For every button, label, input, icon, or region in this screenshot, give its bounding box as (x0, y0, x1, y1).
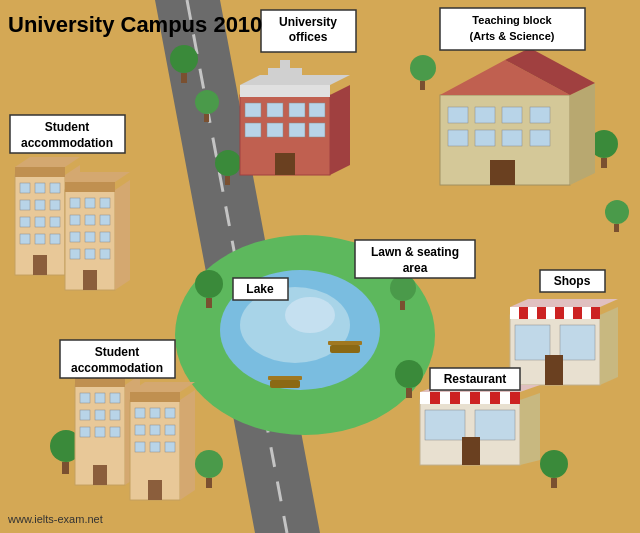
svg-text:accommodation: accommodation (21, 136, 113, 150)
svg-rect-131 (510, 307, 519, 319)
svg-rect-47 (50, 200, 60, 210)
svg-rect-137 (515, 325, 550, 360)
svg-marker-141 (520, 393, 540, 465)
svg-rect-76 (80, 393, 90, 403)
svg-rect-99 (148, 480, 162, 500)
svg-rect-102 (240, 85, 330, 97)
svg-rect-105 (268, 68, 302, 76)
svg-rect-69 (85, 249, 95, 259)
svg-text:Student: Student (45, 120, 90, 134)
svg-point-24 (390, 275, 416, 301)
svg-rect-68 (70, 249, 80, 259)
svg-point-26 (395, 360, 423, 388)
svg-rect-97 (150, 442, 160, 452)
svg-rect-78 (110, 393, 120, 403)
svg-text:Lake: Lake (246, 282, 274, 296)
svg-rect-150 (475, 410, 515, 440)
svg-point-14 (410, 55, 436, 81)
svg-rect-138 (560, 325, 595, 360)
svg-rect-82 (80, 427, 90, 437)
svg-point-20 (605, 200, 629, 224)
campus-map: University offices Teaching block (Arts … (0, 0, 640, 533)
svg-point-7 (285, 297, 335, 333)
svg-rect-109 (309, 103, 325, 117)
svg-rect-151 (462, 437, 480, 465)
svg-rect-143 (420, 392, 430, 404)
svg-rect-19 (601, 158, 607, 168)
svg-rect-144 (440, 392, 450, 404)
svg-rect-50 (50, 217, 60, 227)
svg-rect-46 (35, 200, 45, 210)
svg-rect-94 (150, 425, 160, 435)
svg-rect-57 (65, 182, 115, 192)
svg-rect-96 (135, 442, 145, 452)
svg-rect-120 (475, 107, 495, 123)
svg-point-8 (170, 45, 198, 73)
svg-rect-9 (181, 73, 187, 83)
svg-rect-92 (165, 408, 175, 418)
svg-rect-53 (50, 234, 60, 244)
svg-rect-133 (546, 307, 555, 319)
svg-rect-65 (70, 232, 80, 242)
svg-rect-90 (135, 408, 145, 418)
svg-text:Student: Student (95, 345, 140, 359)
svg-rect-13 (225, 176, 230, 185)
svg-rect-31 (206, 478, 212, 488)
svg-text:(Arts & Science): (Arts & Science) (470, 30, 555, 42)
svg-rect-60 (85, 198, 95, 208)
svg-rect-62 (70, 215, 80, 225)
svg-rect-91 (150, 408, 160, 418)
svg-rect-125 (502, 130, 522, 146)
svg-point-32 (540, 450, 568, 478)
svg-text:Restaurant: Restaurant (444, 372, 507, 386)
svg-rect-83 (95, 427, 105, 437)
svg-rect-84 (110, 427, 120, 437)
svg-rect-79 (80, 410, 90, 420)
svg-point-10 (195, 90, 219, 114)
svg-rect-114 (275, 153, 295, 175)
svg-rect-27 (406, 388, 412, 398)
svg-rect-71 (83, 270, 97, 290)
svg-rect-54 (33, 255, 47, 275)
svg-rect-146 (480, 392, 490, 404)
svg-text:www.ielts-exam.net: www.ielts-exam.net (7, 513, 103, 525)
svg-rect-15 (420, 81, 425, 90)
svg-rect-52 (35, 234, 45, 244)
svg-rect-64 (100, 215, 110, 225)
svg-marker-56 (115, 180, 130, 290)
svg-rect-149 (425, 410, 465, 440)
svg-rect-93 (135, 425, 145, 435)
svg-rect-44 (50, 183, 60, 193)
svg-marker-116 (570, 83, 595, 185)
svg-rect-122 (530, 107, 550, 123)
svg-rect-45 (20, 200, 30, 210)
svg-rect-48 (20, 217, 30, 227)
svg-rect-139 (545, 355, 563, 385)
svg-rect-36 (330, 345, 360, 353)
svg-rect-81 (110, 410, 120, 420)
svg-rect-43 (35, 183, 45, 193)
svg-rect-70 (100, 249, 110, 259)
svg-rect-119 (448, 107, 468, 123)
svg-rect-23 (206, 298, 212, 308)
svg-marker-129 (600, 307, 618, 385)
svg-text:Teaching block: Teaching block (472, 14, 552, 26)
svg-rect-145 (460, 392, 470, 404)
svg-rect-134 (564, 307, 573, 319)
svg-rect-29 (62, 462, 69, 474)
svg-rect-124 (475, 130, 495, 146)
svg-point-30 (195, 450, 223, 478)
svg-rect-110 (245, 123, 261, 137)
svg-rect-127 (490, 160, 515, 185)
svg-rect-61 (100, 198, 110, 208)
svg-rect-63 (85, 215, 95, 225)
svg-text:Shops: Shops (554, 274, 591, 288)
svg-rect-49 (35, 217, 45, 227)
svg-rect-112 (289, 123, 305, 137)
svg-rect-35 (268, 376, 302, 380)
svg-rect-11 (204, 114, 209, 122)
svg-point-12 (215, 150, 241, 176)
svg-text:offices: offices (289, 30, 328, 44)
svg-rect-106 (245, 103, 261, 117)
svg-rect-21 (614, 224, 619, 232)
